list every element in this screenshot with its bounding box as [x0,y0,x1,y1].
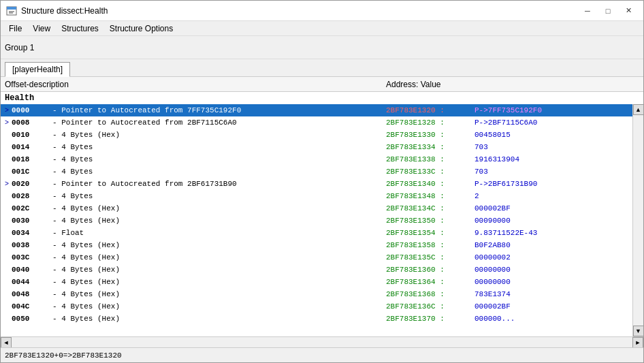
h-scroll-track[interactable] [12,337,632,347]
description-value: - Float [52,229,386,237]
table-row[interactable]: 0038 - 4 Bytes (Hex)2BF783E1358 : B0F2AB… [1,239,632,251]
group-label: Group 1 [5,43,34,52]
description-value: - 4 Bytes [52,155,386,163]
description-value: - 4 Bytes (Hex) [52,204,386,212]
svg-rect-1 [7,7,16,10]
table-row[interactable]: 0034 - Float2BF783E1354 : 9.83711522E-43 [1,227,632,239]
offset-value: 0044 [12,278,52,286]
status-bar: 2BF783E1320+0=>2BF783E1320 [1,347,643,362]
data-area[interactable]: >0000 - Pointer to Autocreated from 7FF7… [1,104,632,336]
close-button[interactable]: ✕ [619,3,638,18]
table-row[interactable]: 0018 - 4 Bytes2BF783E1338 : 1916313904 [1,153,632,165]
maximize-button[interactable]: □ [598,3,617,18]
address-value: 2BF783E135C : [386,253,474,262]
main-window: Structure dissect:Health ─ □ ✕ File View… [0,0,644,363]
structures-menu-item[interactable]: Structures [56,21,104,36]
scroll-track[interactable] [633,115,643,326]
offset-value: 0018 [12,155,52,163]
table-row[interactable]: 0010 - 4 Bytes (Hex)2BF783E1330 : 004580… [1,129,632,141]
offset-value: 001C [12,168,52,176]
offset-value: 0008 [12,119,52,127]
description-value: - 4 Bytes (Hex) [52,131,386,139]
data-value: P->7FF735C192F0 [474,106,542,114]
data-value: P->2BF7115C6A0 [474,119,537,127]
data-value: 2 [474,192,479,200]
vertical-scrollbar[interactable]: ▲ ▼ [632,104,643,336]
offset-header: Offset-description [5,80,386,89]
window-title: Structure dissect:Health [21,6,108,16]
address-value: 2BF783E134C : [386,204,474,212]
address-value: 2BF783E1360 : [386,266,474,274]
description-value: - Pointer to Autocreated from 2BF7115C6A… [52,119,386,127]
table-row[interactable]: >0020 - Pointer to Autocreated from 2BF6… [1,178,632,190]
table-row[interactable]: 004C - 4 Bytes (Hex)2BF783E136C : 000002… [1,300,632,313]
toolbar: Group 1 [1,36,643,59]
table-row[interactable]: 0030 - 4 Bytes (Hex)2BF783E1350 : 000900… [1,215,632,227]
table-row[interactable]: 0028 - 4 Bytes2BF783E1348 : 2 [1,190,632,202]
description-value: - 4 Bytes (Hex) [52,217,386,225]
offset-value: 003C [12,253,52,262]
data-value: 703 [474,143,488,151]
offset-value: 0040 [12,266,52,274]
data-value: 00458015 [474,131,511,139]
description-value: - 4 Bytes (Hex) [52,290,386,298]
description-value: - 4 Bytes (Hex) [52,278,386,286]
view-menu-item[interactable]: View [27,21,56,36]
offset-value: 0038 [12,241,52,249]
table-row[interactable]: >0000 - Pointer to Autocreated from 7FF7… [1,104,632,116]
address-value: 2BF783E1358 : [386,241,474,249]
offset-value: 0034 [12,229,52,237]
address-value: 2BF783E1328 : [386,119,474,127]
row-indicator: > [5,180,12,188]
description-value: - Pointer to Autocreated from 2BF61731B9… [52,180,386,188]
data-value: 000000... [474,315,515,323]
player-health-tab[interactable]: [playerHealth] [5,62,70,77]
data-value: 00000000 [474,278,511,286]
table-row[interactable]: 0040 - 4 Bytes (Hex)2BF783E1360 : 000000… [1,264,632,276]
table-row[interactable]: 0048 - 4 Bytes (Hex)2BF783E1368 : 783E13… [1,288,632,300]
data-value: 703 [474,168,488,176]
address-value: 2BF783E1338 : [386,155,474,163]
offset-value: 0014 [12,143,52,151]
scroll-right-button[interactable]: ► [632,337,643,348]
description-value: - Pointer to Autocreated from 7FF735C192… [52,106,386,114]
address-value: 2BF783E136C : [386,302,474,311]
table-row[interactable]: 0044 - 4 Bytes (Hex)2BF783E1364 : 000000… [1,276,632,288]
offset-value: 0050 [12,315,52,323]
offset-value: 004C [12,302,52,311]
structure-label: Health [1,92,643,104]
table-row[interactable]: 0050 - 4 Bytes (Hex)2BF783E1370 : 000000… [1,313,632,325]
description-value: - 4 Bytes [52,143,386,151]
status-text: 2BF783E1320+0=>2BF783E1320 [5,351,122,360]
address-header: Address: Value [386,80,639,89]
scroll-left-button[interactable]: ◄ [1,337,12,348]
structure-options-menu-item[interactable]: Structure Options [104,21,178,36]
table-row[interactable]: 001C - 4 Bytes2BF783E133C : 703 [1,165,632,178]
offset-value: 0030 [12,217,52,225]
row-indicator: > [5,107,12,114]
horizontal-scrollbar[interactable]: ◄ ► [1,336,643,347]
description-value: - 4 Bytes [52,168,386,176]
tab-bar: [playerHealth] [1,59,643,77]
main-content: Offset-description Address: Value Health… [1,77,643,347]
address-value: 2BF783E1364 : [386,278,474,286]
title-controls: ─ □ ✕ [578,3,638,18]
data-value: 000002BF [474,204,511,212]
minimize-button[interactable]: ─ [578,3,597,18]
offset-value: 0028 [12,192,52,200]
data-value: 9.83711522E-43 [474,229,537,237]
address-value: 2BF783E1350 : [386,217,474,225]
description-value: - 4 Bytes (Hex) [52,253,386,262]
title-bar-left: Structure dissect:Health [6,5,108,16]
file-menu-item[interactable]: File [3,21,27,36]
table-row[interactable]: 0014 - 4 Bytes2BF783E1334 : 703 [1,141,632,153]
scroll-down-button[interactable]: ▼ [633,326,644,336]
table-row[interactable]: 002C - 4 Bytes (Hex)2BF783E134C : 000002… [1,202,632,215]
table-row[interactable]: 003C - 4 Bytes (Hex)2BF783E135C : 000000… [1,251,632,264]
offset-value: 0000 [12,106,52,114]
address-value: 2BF783E1320 : [386,106,474,114]
scroll-up-button[interactable]: ▲ [633,104,644,115]
address-value: 2BF783E1354 : [386,229,474,237]
data-value: 783E1374 [474,290,511,298]
table-row[interactable]: >0008 - Pointer to Autocreated from 2BF7… [1,116,632,129]
